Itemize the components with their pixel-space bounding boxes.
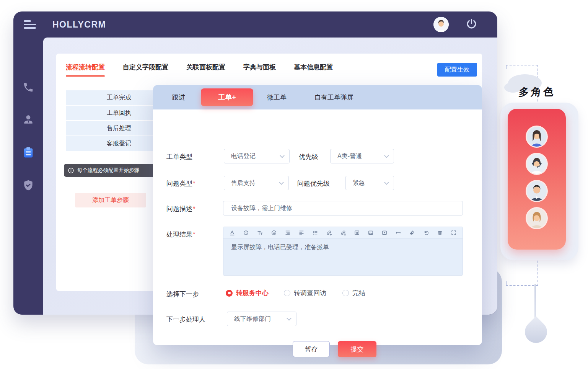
order-type-label: 工单类型 (166, 152, 192, 161)
editor-toolbar (223, 227, 463, 238)
radio-label[interactable]: 转服务中心 (236, 289, 269, 297)
next-handler-label: 下一步处理人 (166, 315, 205, 324)
security-icon[interactable] (22, 179, 34, 193)
dashed-line (506, 65, 538, 65)
next-handler-select[interactable]: 线下维修部门 (227, 312, 296, 326)
avatar-male-agent[interactable] (526, 180, 548, 202)
tab-dictionary-panel[interactable]: 字典与面板 (243, 63, 276, 77)
add-step-button[interactable]: 添加工单步骤 (75, 193, 146, 207)
next-step-label: 选择下一步 (166, 290, 199, 299)
exclamation-icon (68, 167, 74, 174)
user-avatar[interactable] (433, 17, 449, 32)
radio-finish[interactable] (342, 290, 349, 296)
brand-logo: HOLLYCRM (52, 20, 106, 30)
power-icon[interactable] (466, 18, 477, 31)
page: HOLLYCRM 流程流转配置 自定义字段配置 关联面板配置 字典与面板 基本信… (0, 0, 588, 369)
delete-icon[interactable] (437, 230, 443, 236)
rich-text-editor: 显示屏故障，电话已受理，准备派单 (223, 227, 463, 276)
submit-button[interactable]: 提交 (338, 341, 376, 357)
issue-type-label: 问题类型* (166, 179, 195, 188)
page-tabs: 流程流转配置 自定义字段配置 关联面板配置 字典与面板 基本信息配置 配置生效 (66, 63, 477, 77)
horizontal-rule-icon[interactable] (395, 230, 401, 236)
priority-label: 优先级 (299, 152, 318, 161)
tab-own-popup[interactable]: 自有工单弹屏 (314, 93, 353, 102)
dashed-line (506, 281, 507, 285)
link-remove-icon[interactable] (340, 230, 346, 236)
issue-desc-input[interactable]: 设备故障，需上门维修 (223, 201, 463, 216)
multi-role-label: 多角色 (518, 85, 557, 99)
unordered-list-icon[interactable] (312, 230, 318, 236)
radio-label[interactable]: 转调查回访 (294, 289, 326, 297)
water-drop-shape (520, 316, 552, 348)
tab-micro-work-order[interactable]: 微工单 (267, 93, 287, 102)
align-icon[interactable] (298, 230, 305, 236)
image-icon[interactable] (368, 230, 374, 236)
result-label: 处理结果* (166, 230, 195, 239)
app-header: HOLLYCRM (13, 11, 497, 38)
tab-custom-field-config[interactable]: 自定义字段配置 (123, 63, 168, 77)
result-editor-content[interactable]: 显示屏故障，电话已受理，准备派单 (223, 238, 463, 275)
radio-label[interactable]: 完结 (352, 289, 365, 297)
undo-icon[interactable] (423, 230, 429, 236)
modal-tab-bar: 跟进 工单+ 微工单 自有工单弹屏 (153, 85, 482, 109)
tab-process-flow-config[interactable]: 流程流转配置 (66, 63, 105, 77)
avatar-female-agent[interactable] (526, 126, 548, 148)
chevron-down-icon (384, 153, 389, 158)
tab-basic-info-config[interactable]: 基本信息配置 (294, 63, 333, 77)
indent-icon[interactable] (285, 230, 291, 236)
issue-type-select[interactable]: 售后支持 (224, 176, 289, 190)
color-palette-icon[interactable] (243, 230, 249, 236)
emoji-icon[interactable] (271, 230, 277, 236)
chevron-down-icon (280, 153, 285, 158)
dashed-line (506, 65, 507, 69)
work-order-icon[interactable] (22, 146, 35, 160)
issue-priority-select[interactable]: 紧急 (345, 176, 394, 190)
avatar-female-agent-short-hair[interactable] (526, 207, 548, 229)
dashed-line (506, 285, 538, 286)
radio-service-center[interactable] (226, 290, 233, 297)
chevron-down-icon (279, 180, 284, 185)
apply-config-button[interactable]: 配置生效 (437, 63, 477, 77)
tab-related-panel-config[interactable]: 关联面板配置 (186, 63, 225, 77)
video-icon[interactable] (381, 230, 388, 236)
avatar-female-agent-headset[interactable] (526, 153, 548, 175)
tab-follow-up[interactable]: 跟进 (172, 93, 185, 102)
fullscreen-icon[interactable] (451, 230, 457, 236)
work-order-modal: 跟进 工单+ 微工单 自有工单弹屏 工单类型 电话登记 优先级 A类-普通 问题… (153, 85, 482, 345)
next-step-options: 转服务中心 转调查回访 完结 (226, 289, 365, 297)
tab-work-order[interactable]: 工单+ (201, 88, 253, 106)
eraser-icon[interactable] (409, 230, 415, 236)
warning-tooltip: 每个流程必须配置开始步骤 (64, 164, 166, 177)
contact-icon[interactable] (22, 113, 34, 127)
sidebar (13, 38, 43, 315)
priority-select[interactable]: A类-普通 (330, 149, 394, 163)
text-size-icon[interactable] (257, 230, 263, 236)
chevron-down-icon (384, 180, 389, 185)
warning-text: 每个流程必须配置开始步骤 (77, 167, 139, 174)
table-icon[interactable] (354, 230, 360, 236)
issue-desc-label: 问题描述* (166, 204, 195, 213)
radio-survey-callback[interactable] (284, 290, 290, 296)
save-draft-button[interactable]: 暂存 (293, 341, 330, 357)
font-style-icon[interactable] (229, 230, 235, 236)
order-type-select[interactable]: 电话登记 (224, 149, 290, 163)
link-add-icon[interactable] (326, 230, 332, 236)
phone-icon[interactable] (23, 82, 34, 95)
chevron-down-icon (287, 316, 292, 321)
issue-priority-label: 问题优先级 (297, 179, 330, 188)
menu-icon[interactable] (24, 20, 37, 29)
